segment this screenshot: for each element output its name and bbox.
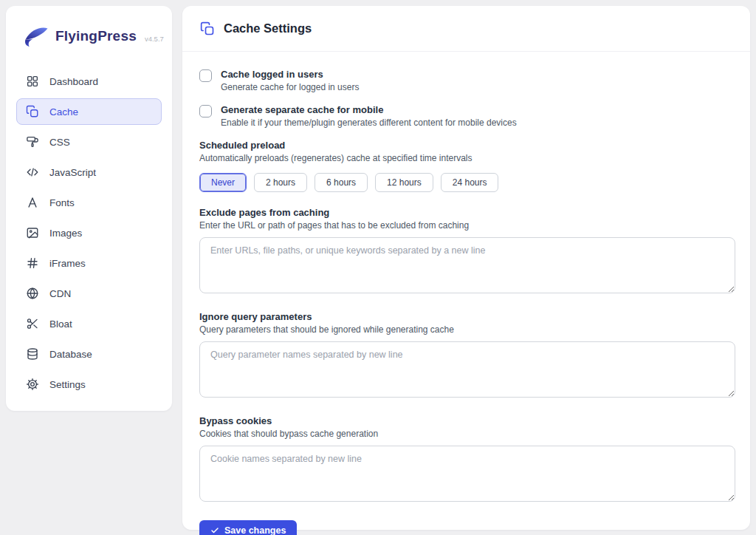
setting-bypass-cookies: Bypass cookies Cookies that should bypas… [199, 415, 735, 505]
sidebar-item-label: Dashboard [49, 76, 98, 87]
check-icon [210, 526, 219, 535]
setting-description: Query parameters that should be ignored … [199, 324, 735, 335]
setting-ignore-query: Ignore query parameters Query parameters… [199, 311, 735, 401]
settings-form: Cache logged in users Generate cache for… [182, 52, 750, 535]
page-header: Cache Settings [182, 6, 750, 52]
scissors-icon [26, 317, 39, 330]
cache-icon [26, 105, 39, 118]
sidebar-item-label: JavaScript [49, 167, 96, 178]
sidebar-item-javascript[interactable]: JavaScript [16, 159, 162, 185]
bypass-cookies-textarea[interactable] [199, 446, 735, 502]
sidebar-item-label: Fonts [49, 197, 75, 208]
grid-icon [26, 75, 39, 88]
setting-description: Automatically preloads (regenerates) cac… [199, 153, 735, 163]
setting-label: Ignore query parameters [199, 311, 735, 322]
preload-option-never[interactable]: Never [199, 173, 247, 192]
globe-icon [26, 287, 39, 300]
sidebar: FlyingPress v4.5.7 Dashboard Cache CSS [6, 6, 172, 411]
setting-label: Cache logged in users [221, 69, 359, 80]
ignore-query-textarea[interactable] [199, 341, 735, 398]
setting-label: Bypass cookies [199, 415, 735, 426]
brand-name: FlyingPress [55, 28, 137, 44]
sidebar-item-css[interactable]: CSS [16, 129, 162, 155]
preload-option-6-hours[interactable]: 6 hours [315, 173, 368, 192]
sidebar-item-label: Settings [49, 379, 86, 390]
setting-description: Generate cache for logged in users [221, 82, 359, 92]
setting-description: Enter the URL or path of pages that has … [199, 220, 735, 231]
sidebar-item-database[interactable]: Database [16, 341, 162, 367]
code-icon [26, 166, 39, 179]
setting-label: Scheduled preload [199, 140, 735, 151]
font-icon [26, 196, 39, 209]
logo: FlyingPress v4.5.7 [16, 25, 162, 47]
paint-roller-icon [26, 135, 39, 149]
sidebar-item-label: Cache [49, 106, 78, 117]
separate-mobile-checkbox[interactable] [199, 105, 212, 117]
version-badge: v4.5.7 [145, 35, 164, 43]
hash-icon [26, 256, 39, 270]
exclude-pages-textarea[interactable] [199, 237, 735, 293]
setting-description: Cookies that should bypass cache generat… [199, 429, 735, 439]
setting-separate-mobile: Generate separate cache for mobile Enabl… [199, 104, 735, 128]
sidebar-item-label: Bloat [49, 318, 72, 330]
sidebar-item-label: CDN [49, 288, 71, 299]
main-panel: Cache Settings Cache logged in users Gen… [182, 6, 750, 530]
page-title: Cache Settings [224, 21, 312, 35]
preload-option-2-hours[interactable]: 2 hours [254, 173, 307, 192]
sidebar-item-label: Database [49, 349, 92, 360]
flyingpress-logo-icon [22, 25, 49, 47]
image-icon [26, 226, 39, 239]
preload-option-24-hours[interactable]: 24 hours [441, 173, 499, 192]
app-layout: FlyingPress v4.5.7 Dashboard Cache CSS [0, 0, 756, 535]
sidebar-item-label: iFrames [49, 258, 86, 269]
sidebar-item-label: CSS [49, 137, 70, 148]
database-icon [26, 347, 39, 361]
cache-icon [200, 21, 215, 36]
sidebar-item-label: Images [49, 228, 82, 239]
sidebar-item-bloat[interactable]: Bloat [16, 310, 162, 337]
sidebar-item-cache[interactable]: Cache [16, 98, 162, 125]
preload-option-12-hours[interactable]: 12 hours [375, 173, 433, 192]
setting-exclude-pages: Exclude pages from caching Enter the URL… [199, 207, 735, 296]
preload-interval-group: Never 2 hours 6 hours 12 hours 24 hours [199, 173, 735, 192]
setting-description: Enable it if your theme/plugin generates… [221, 117, 517, 128]
sidebar-item-dashboard[interactable]: Dashboard [16, 68, 162, 95]
cache-logged-in-checkbox[interactable] [199, 69, 212, 82]
sidebar-item-images[interactable]: Images [16, 219, 162, 246]
sidebar-item-settings[interactable]: Settings [16, 371, 162, 398]
save-button-label: Save changes [224, 525, 286, 535]
sidebar-item-cdn[interactable]: CDN [16, 280, 162, 307]
setting-cache-logged-in: Cache logged in users Generate cache for… [199, 69, 735, 92]
setting-label: Exclude pages from caching [199, 207, 735, 218]
setting-scheduled-preload: Scheduled preload Automatically preloads… [199, 140, 735, 192]
sidebar-item-iframes[interactable]: iFrames [16, 250, 162, 276]
save-changes-button[interactable]: Save changes [199, 520, 297, 535]
gear-icon [26, 378, 39, 391]
sidebar-item-fonts[interactable]: Fonts [16, 189, 162, 216]
setting-label: Generate separate cache for mobile [221, 104, 517, 115]
